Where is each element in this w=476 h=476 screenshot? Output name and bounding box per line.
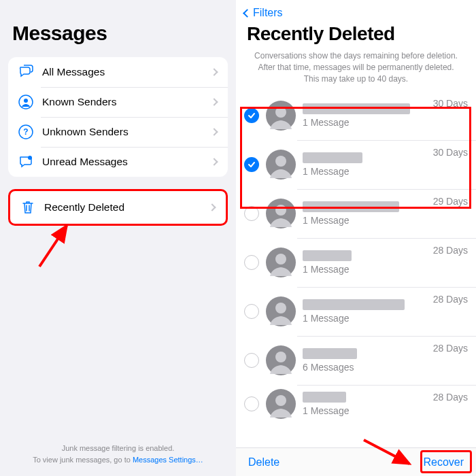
- annotation-arrow-icon: [360, 437, 415, 473]
- conversation-body: 1 Message: [303, 250, 429, 275]
- conversation-row[interactable]: 6 Messages28 Days: [236, 336, 476, 385]
- page-title: Messages: [12, 22, 236, 45]
- conversation-row[interactable]: 1 Message29 Days: [236, 189, 476, 238]
- message-count: 1 Message: [303, 215, 429, 226]
- filter-label: Known Senders: [42, 96, 211, 108]
- days-remaining: 28 Days: [433, 294, 468, 305]
- message-count: 1 Message: [303, 166, 429, 177]
- svg-point-8: [275, 254, 286, 265]
- back-button[interactable]: Filters: [240, 7, 283, 19]
- footer-line1: Junk message filtering is enabled.: [0, 443, 236, 454]
- checkmark-unchecked-icon[interactable]: [244, 304, 259, 319]
- messages-filter-pane: Messages All Messages Known Senders ?: [0, 0, 236, 476]
- filter-label: Unread Messages: [42, 156, 211, 168]
- svg-text:?: ?: [23, 127, 28, 137]
- page-title: Recently Deleted: [247, 23, 476, 45]
- checkmark-checked-icon[interactable]: [244, 157, 259, 172]
- recently-deleted-pane: Filters Recently Deleted Conversations s…: [236, 0, 476, 476]
- message-count: 1 Message: [303, 313, 429, 324]
- redacted-name: [303, 250, 352, 261]
- chat-dot-icon: [18, 154, 34, 170]
- checkmark-unchecked-icon[interactable]: [244, 206, 259, 221]
- chat-bubbles-icon: [18, 64, 34, 80]
- avatar-icon: [266, 345, 296, 375]
- chevron-right-icon: [208, 203, 216, 211]
- annotation-arrow-icon: [33, 219, 80, 276]
- filter-known-senders[interactable]: Known Senders: [8, 87, 228, 117]
- chevron-right-icon: [210, 98, 218, 105]
- conversation-list: 1 Message30 Days1 Message30 Days1 Messag…: [236, 91, 476, 423]
- filter-label: Unknown Senders: [42, 126, 211, 138]
- message-count: 6 Messages: [303, 362, 429, 373]
- svg-point-7: [275, 205, 286, 216]
- info-description: Conversations show the days remaining be…: [236, 50, 476, 91]
- filter-label: Recently Deleted: [44, 201, 209, 214]
- filter-unknown-senders[interactable]: ? Unknown Senders: [8, 117, 228, 147]
- avatar-icon: [266, 296, 296, 326]
- svg-point-5: [275, 107, 286, 118]
- days-remaining: 29 Days: [433, 196, 468, 207]
- message-count: 1 Message: [303, 264, 429, 275]
- days-remaining: 28 Days: [433, 245, 468, 256]
- filter-label: All Messages: [42, 66, 211, 78]
- checkmark-checked-icon[interactable]: [244, 108, 259, 123]
- nav-bar: Filters: [236, 0, 476, 23]
- conversation-body: 6 Messages: [303, 348, 429, 373]
- conversation-row[interactable]: 1 Message28 Days: [236, 385, 476, 423]
- conversation-row[interactable]: 1 Message28 Days: [236, 287, 476, 336]
- checkmark-unchecked-icon[interactable]: [244, 255, 259, 270]
- back-label: Filters: [253, 7, 283, 19]
- conversation-body: 1 Message: [303, 299, 429, 324]
- svg-point-9: [275, 303, 286, 313]
- days-remaining: 28 Days: [433, 392, 468, 403]
- conversation-row[interactable]: 1 Message28 Days: [236, 238, 476, 287]
- redacted-name: [303, 299, 405, 310]
- svg-point-4: [28, 156, 32, 160]
- message-count: 1 Message: [303, 405, 429, 416]
- junk-filter-footer: Junk message filtering is enabled. To vi…: [0, 443, 236, 465]
- svg-point-11: [275, 395, 286, 406]
- conversation-body: 1 Message: [303, 103, 429, 128]
- delete-button[interactable]: Delete: [248, 456, 279, 469]
- days-remaining: 28 Days: [433, 343, 468, 354]
- avatar-icon: [266, 248, 296, 277]
- footer-line2-prefix: To view junk messages, go to: [33, 456, 133, 464]
- conversation-body: 1 Message: [303, 152, 429, 177]
- checkmark-unchecked-icon[interactable]: [244, 353, 259, 368]
- filters-group: All Messages Known Senders ? Unknown Sen…: [8, 57, 228, 177]
- person-question-icon: ?: [18, 124, 34, 140]
- redacted-name: [303, 201, 399, 212]
- avatar-icon: [266, 199, 296, 228]
- days-remaining: 30 Days: [433, 98, 468, 109]
- conversation-body: 1 Message: [303, 201, 429, 226]
- messages-settings-link[interactable]: Messages Settings…: [133, 456, 203, 464]
- redacted-name: [303, 103, 410, 114]
- redacted-name: [303, 348, 357, 359]
- filter-unread-messages[interactable]: Unread Messages: [8, 147, 228, 177]
- person-circle-icon: [18, 94, 34, 110]
- trash-icon: [20, 199, 36, 216]
- chevron-right-icon: [210, 68, 218, 75]
- chevron-right-icon: [210, 158, 218, 165]
- checkmark-unchecked-icon[interactable]: [244, 396, 259, 411]
- redacted-name: [303, 152, 362, 163]
- svg-point-6: [275, 156, 286, 167]
- filter-all-messages[interactable]: All Messages: [8, 57, 228, 87]
- svg-point-10: [275, 352, 286, 362]
- avatar-icon: [266, 389, 296, 419]
- conversation-body: 1 Message: [303, 392, 429, 416]
- conversation-row[interactable]: 1 Message30 Days: [236, 140, 476, 189]
- annotation-highlight-recover: [420, 450, 472, 473]
- avatar-icon: [266, 101, 296, 131]
- redacted-name: [303, 392, 346, 403]
- svg-point-1: [24, 99, 28, 103]
- days-remaining: 30 Days: [433, 147, 468, 158]
- conversation-row[interactable]: 1 Message30 Days: [236, 91, 476, 140]
- chevron-right-icon: [210, 128, 218, 135]
- message-count: 1 Message: [303, 117, 429, 128]
- chevron-left-icon: [243, 9, 252, 18]
- avatar-icon: [266, 150, 296, 180]
